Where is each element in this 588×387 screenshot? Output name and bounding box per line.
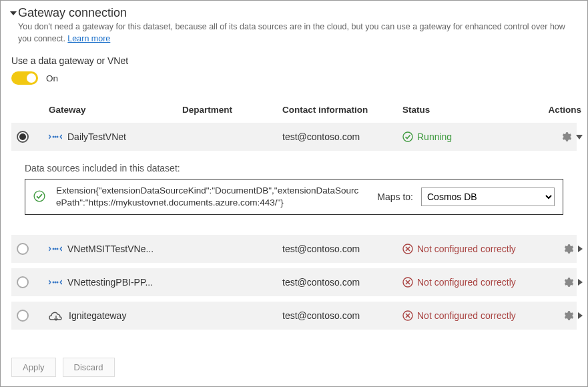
gear-icon[interactable] — [562, 276, 574, 288]
datasource-included-box: Data sources included in this dataset: E… — [11, 156, 577, 227]
learn-more-link[interactable]: Learn more — [67, 34, 110, 43]
status-cell: Running — [402, 131, 536, 142]
status-label: Not configured correctly — [417, 310, 516, 321]
actions-cell — [536, 131, 583, 143]
table-header: Gateway Department Contact information S… — [11, 97, 577, 123]
contact-cell: test@contoso.com — [282, 131, 402, 142]
chevron-right-icon[interactable] — [578, 279, 583, 286]
vnet-icon — [49, 278, 62, 287]
gateway-row[interactable]: VNettestingPBI-PP... test@contoso.com No… — [11, 268, 577, 296]
gateway-connection-panel: Gateway connection You don't need a gate… — [0, 0, 588, 387]
row-radio[interactable] — [17, 243, 29, 255]
svg-point-1 — [55, 136, 57, 138]
toggle-state-label: On — [46, 73, 58, 83]
svg-point-5 — [53, 248, 55, 250]
contact-cell: test@contoso.com — [282, 310, 402, 321]
actions-cell — [536, 310, 583, 322]
svg-point-0 — [53, 136, 55, 138]
status-cell: Not configured correctly — [402, 310, 536, 321]
status-label: Running — [417, 131, 452, 142]
chevron-right-icon[interactable] — [578, 246, 583, 252]
contact-cell: test@contoso.com — [282, 277, 402, 288]
contact-cell: test@contoso.com — [282, 244, 402, 254]
gateway-name-cell: DailyTestVNet — [49, 131, 182, 142]
actions-cell — [536, 243, 583, 255]
status-cell: Not configured correctly — [402, 277, 536, 288]
gateway-name: DailyTestVNet — [67, 131, 126, 142]
gateway-name-cell: Ignitegateway — [49, 310, 182, 321]
check-circle-icon — [402, 131, 413, 142]
datasource-extension-text: Extension{"extensionDataSourceKind":"Doc… — [56, 185, 360, 209]
gear-icon[interactable] — [562, 243, 574, 255]
chevron-right-icon[interactable] — [578, 312, 583, 319]
svg-point-4 — [34, 191, 45, 202]
svg-point-7 — [57, 248, 59, 250]
status-label: Not configured correctly — [417, 277, 516, 288]
footer-buttons: Apply Discard — [11, 358, 115, 377]
col-status: Status — [402, 105, 536, 115]
x-circle-icon — [402, 244, 413, 254]
col-gateway: Gateway — [49, 105, 182, 115]
toggle-knob — [27, 73, 36, 83]
row-radio[interactable] — [17, 276, 29, 288]
x-circle-icon — [402, 310, 413, 321]
gateway-name: Ignitegateway — [69, 310, 126, 321]
gear-icon[interactable] — [562, 310, 574, 322]
gateway-toggle-row: On — [11, 71, 577, 85]
gateway-row[interactable]: Ignitegateway test@contoso.com Not confi… — [11, 302, 577, 330]
col-department: Department — [182, 105, 282, 115]
gateway-name: VNetMSITTestVNe... — [67, 244, 154, 254]
section-header[interactable]: Gateway connection — [11, 6, 577, 20]
section-description: You don't need a gateway for this datase… — [18, 21, 577, 45]
col-contact: Contact information — [282, 105, 402, 115]
gateway-name-cell: VNettestingPBI-PP... — [49, 277, 182, 288]
col-actions: Actions — [536, 105, 583, 115]
vnet-icon — [49, 244, 62, 254]
row-radio[interactable] — [17, 131, 29, 143]
toggle-section-label: Use a data gateway or VNet — [11, 55, 577, 66]
svg-point-6 — [55, 248, 57, 250]
gear-icon[interactable] — [560, 131, 572, 143]
apply-button[interactable]: Apply — [11, 358, 56, 377]
discard-button[interactable]: Discard — [63, 358, 115, 377]
chevron-down-icon[interactable] — [576, 135, 583, 139]
gateway-name: VNettestingPBI-PP... — [67, 277, 153, 288]
maps-to-select[interactable]: Cosmos DB — [421, 187, 555, 206]
expand-triangle-icon — [10, 11, 17, 15]
svg-point-11 — [57, 282, 59, 284]
status-label: Not configured correctly — [417, 244, 516, 254]
row-radio[interactable] — [17, 310, 29, 322]
datasource-mapping-box: Extension{"extensionDataSourceKind":"Doc… — [25, 179, 563, 215]
datasource-included-title: Data sources included in this dataset: — [25, 163, 563, 173]
gateway-row[interactable]: VNetMSITTestVNe... test@contoso.com Not … — [11, 235, 577, 263]
x-circle-icon — [402, 277, 413, 288]
check-circle-icon — [33, 190, 52, 204]
svg-point-10 — [55, 282, 57, 284]
gateway-toggle[interactable] — [11, 71, 38, 85]
gateway-name-cell: VNetMSITTestVNe... — [49, 244, 182, 254]
maps-to-label: Maps to: — [364, 191, 417, 202]
vnet-icon — [49, 132, 62, 141]
status-cell: Not configured correctly — [402, 244, 536, 254]
svg-point-9 — [53, 282, 55, 284]
page-title: Gateway connection — [18, 6, 127, 20]
cloud-gateway-icon — [49, 310, 63, 321]
gateway-row[interactable]: DailyTestVNet test@contoso.com Running — [11, 123, 577, 151]
actions-cell — [536, 276, 583, 288]
svg-point-3 — [403, 132, 412, 141]
svg-point-2 — [57, 136, 59, 138]
